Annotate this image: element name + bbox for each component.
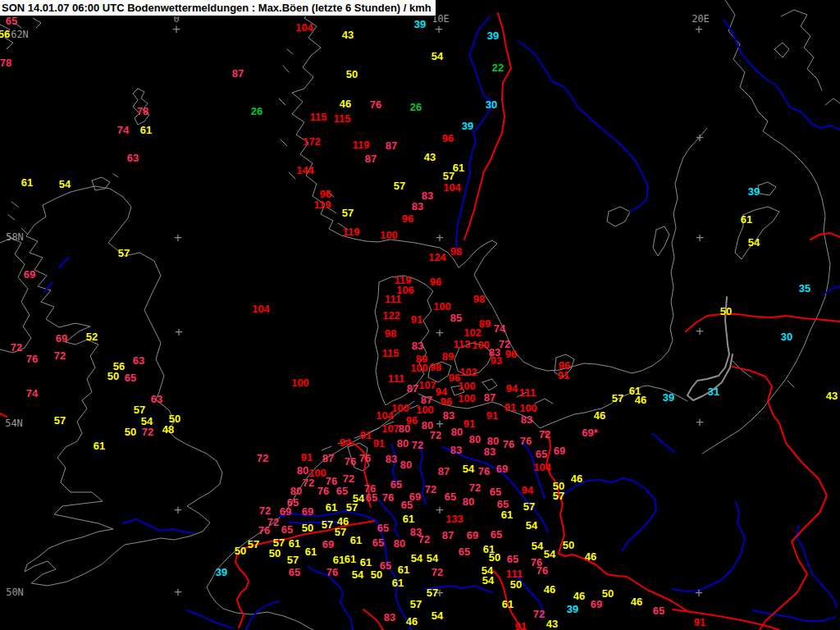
station-value: 72 xyxy=(54,350,66,361)
station-value: 96 xyxy=(402,213,413,224)
station-value: 39 xyxy=(567,604,578,614)
station-value: 69 xyxy=(322,539,334,550)
station-value: 74 xyxy=(26,388,38,399)
station-value: 46 xyxy=(571,473,582,484)
station-value: 35 xyxy=(799,283,810,294)
station-value: 76 xyxy=(478,466,490,477)
station-value: 54 xyxy=(482,575,494,586)
station-value: 30 xyxy=(486,99,497,110)
station-value: 91 xyxy=(504,402,516,413)
station-value: 133 xyxy=(445,514,463,524)
station-value: 96 xyxy=(442,133,454,144)
station-value: 91 xyxy=(694,617,705,628)
station-value: 80 xyxy=(400,459,412,470)
station-value: 115 xyxy=(382,348,399,358)
weather-map-app: +++++++++++++++++010E20E62N58N54N50N 655… xyxy=(0,0,840,630)
station-value: 57 xyxy=(427,587,438,598)
station-value: 102 xyxy=(463,327,482,338)
station-value: 80 xyxy=(397,438,409,449)
station-value: 65 xyxy=(377,523,389,533)
station-value: 46 xyxy=(631,596,642,607)
station-value: 65 xyxy=(401,500,413,510)
station-value: 65 xyxy=(366,492,377,503)
station-value: 72 xyxy=(425,484,436,495)
station-value: 91 xyxy=(463,418,475,429)
station-value: 54 xyxy=(463,463,474,474)
station-value: 100 xyxy=(416,404,434,415)
station-value: 100 xyxy=(458,381,476,391)
station-value: 57 xyxy=(54,415,66,426)
station-value: 104 xyxy=(443,182,461,193)
station-value: 104 xyxy=(533,462,551,472)
station-value: 50 xyxy=(302,523,313,533)
station-value: 61 xyxy=(392,578,404,588)
station-value: 72 xyxy=(142,427,153,437)
station-value: 69 xyxy=(302,506,313,517)
station-value: 46 xyxy=(635,395,646,405)
station-value: 76 xyxy=(258,525,270,536)
station-value: 50 xyxy=(563,540,574,550)
station-value: 50 xyxy=(235,546,246,556)
station-value: 50 xyxy=(107,371,119,381)
station-value: 100 xyxy=(472,340,490,350)
station-value: 94 xyxy=(506,383,518,394)
station-value: 61 xyxy=(502,599,514,609)
station-value: 61 xyxy=(360,557,372,568)
station-value: 91 xyxy=(411,314,422,325)
station-value: 72 xyxy=(11,342,22,353)
station-value: 61 xyxy=(21,177,33,188)
station-value: 104 xyxy=(252,304,270,314)
station-value: 65 xyxy=(653,605,664,616)
station-value: 119 xyxy=(353,139,370,150)
station-value: 46 xyxy=(585,551,596,562)
station-value: 91 xyxy=(301,452,313,463)
station-value: 65 xyxy=(336,486,348,496)
station-value: 50 xyxy=(125,427,136,437)
station-value: 111 xyxy=(388,373,404,384)
station-value: 76 xyxy=(370,99,381,110)
station-value: 54 xyxy=(544,549,555,559)
station-value: 96 xyxy=(430,276,441,287)
station-value: 119 xyxy=(314,199,331,210)
station-value: 113 xyxy=(454,339,471,349)
station-value: 83 xyxy=(384,612,395,623)
station-value: 72 xyxy=(431,567,443,578)
station-value: 54 xyxy=(526,520,537,531)
station-value: 94 xyxy=(340,437,351,448)
station-value: 65 xyxy=(6,16,17,26)
station-value: 98 xyxy=(385,328,396,339)
station-value: 76 xyxy=(359,453,371,463)
station-value: 57 xyxy=(394,180,405,191)
station-value: 61 xyxy=(501,509,513,520)
station-value: 76 xyxy=(382,492,394,503)
station-value: 61 xyxy=(350,535,362,546)
station-value: 80 xyxy=(297,465,308,476)
station-value: 80 xyxy=(451,427,463,437)
station-value: 89 xyxy=(442,351,454,362)
station-value: 76 xyxy=(26,354,38,364)
station-value: 107 xyxy=(418,380,436,390)
station-value: 74 xyxy=(494,323,505,334)
station-value: 43 xyxy=(342,30,354,40)
station-value: 65 xyxy=(372,537,384,548)
station-value: 31 xyxy=(708,386,719,397)
station-value: 72 xyxy=(539,429,550,440)
station-value: 57 xyxy=(342,208,354,218)
station-value: 100 xyxy=(291,377,309,388)
station-value: 57 xyxy=(443,171,454,181)
station-value: 91 xyxy=(486,410,498,421)
station-value: 100 xyxy=(519,403,537,413)
station-value: 54 xyxy=(532,541,543,551)
station-value: 91 xyxy=(360,430,372,441)
station-value: 102 xyxy=(459,367,477,377)
station-value: 26 xyxy=(410,102,422,112)
station-values-layer: 6556781043943395422875046762626307811511… xyxy=(0,0,840,630)
station-value: 107 xyxy=(381,423,399,434)
station-value: 46 xyxy=(544,584,555,595)
station-value: 65 xyxy=(390,479,402,490)
station-value: 111 xyxy=(385,294,401,304)
station-value: 72 xyxy=(303,477,314,488)
title-text: SON 14.01.07 06:00 UTC Bodenwettermeldun… xyxy=(2,2,431,14)
station-value: 22 xyxy=(492,62,504,73)
station-value: 46 xyxy=(340,98,351,109)
